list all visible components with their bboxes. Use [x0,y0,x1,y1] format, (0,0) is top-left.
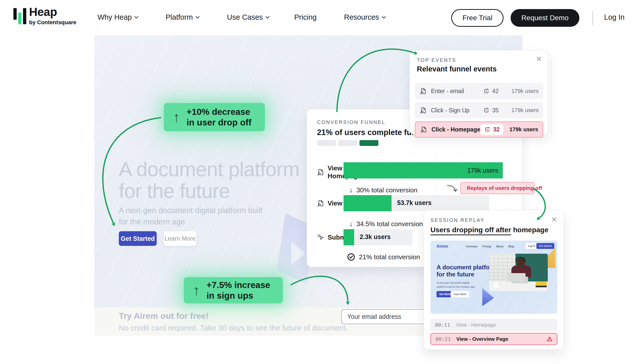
replay-timeline-row-alert[interactable]: 00:21 View - Overview Page [430,333,557,345]
mini-login-button: Log In [526,243,538,249]
replay-timeline-row[interactable]: 00:11 View - Homepage [430,319,557,331]
try-subtext: No credit card required. Take 30 days to… [119,324,348,332]
session-replay-label: SESSION REPLAY [430,217,485,223]
funnel-bar-homepage[interactable]: 179k users [344,162,503,178]
nav-item-use-cases[interactable]: Use Cases [227,13,269,21]
conversion-row: ↓ 30% total conversion [349,186,417,194]
conversion-row: ↓ 34.5% total conversion [349,220,423,228]
heap-logo-icon [13,8,27,24]
drop-off-badge: ↑ +10% decreasein user drop off [164,103,265,131]
mini-nav-item: Blog [508,245,514,248]
get-started-button[interactable]: Get Started [119,231,157,246]
progress-segment [317,140,336,146]
event-row-enter-email[interactable]: Enter - email 42 179k users [415,83,543,99]
arrow-down-icon: ↓ [349,220,353,228]
event-icon [316,168,325,176]
session-replay-card: ✕ SESSION REPLAY Users dropping off afte… [424,210,564,350]
replays-dropoff-badge[interactable]: Replays of users dropping off [460,182,535,194]
mini-nav: Overview Pricing About Blog [466,245,514,248]
session-replay-title: Users dropping off after homepage [430,226,549,234]
mini-headline: A document platform for the future [437,264,497,278]
mini-brand-logo: Airem [437,244,448,249]
nav-item-platform[interactable]: Platform [166,13,199,21]
sign-ups-badge: ↑ +7.5% increasein sign ups [184,277,283,303]
nav-divider [593,11,593,25]
play-count-icon [483,88,490,94]
close-icon[interactable]: ✕ [536,55,542,63]
funnel-bar-value: 53.7k users [397,199,431,206]
brand-byline: by Contentsquare [29,19,76,26]
event-row-click-signup[interactable]: Click - Sign Up 35 179k users [415,102,543,118]
email-input[interactable] [341,309,435,324]
progress-segment [338,140,357,146]
cursor-click-icon [316,233,325,241]
event-row-click-homepage[interactable]: Click - Homepage 32 179k users [415,121,543,138]
top-nav: Heap by Contentsquare Why Heap Platform … [0,0,638,35]
nav-item-resources[interactable]: Resources [344,13,386,21]
funnel-bar-value: 2.3k users [360,233,391,241]
try-heading: Try Airem out for free! [119,311,209,321]
check-circle-icon [347,253,355,261]
top-events-title: Relevant funnel events [417,65,497,73]
mini-nav-item: Overview [466,245,477,248]
mini-learn-more-button: Learn More [451,291,469,297]
hero-headline: A document platform for the future [119,159,300,202]
mini-hero-photo [489,254,548,291]
chevron-down-icon [195,16,199,19]
funnel-bar-submit[interactable] [344,229,354,245]
chevron-down-icon [265,16,269,19]
arrow-up-icon: ↑ [173,110,180,124]
funnel-card-label: CONVERSION FUNNEL [317,119,385,125]
nav-item-why-heap[interactable]: Why Heap [98,13,138,21]
chevron-down-icon [134,16,138,19]
play-count-icon [483,107,490,114]
funnel-bar-signup[interactable] [344,195,392,211]
login-link[interactable]: Log In [604,13,625,21]
arrow-up-icon: ↑ [193,283,200,297]
divider [307,152,522,152]
top-events-card: ✕ TOP EVENTS Relevant funnel events Ente… [409,50,548,135]
replay-play-icon [484,126,491,133]
progress-segment-active [359,140,378,146]
nav-item-pricing[interactable]: Pricing [294,13,317,21]
arrow-down-icon: ↓ [349,186,353,194]
top-events-label: TOP EVENTS [417,57,456,63]
mini-subtitle: A next-gen document digital platform bui… [437,281,477,289]
replay-count-chip[interactable]: 32 [481,124,503,135]
brand-name: Heap [29,5,57,19]
replay-viewport[interactable]: Airem Overview Pricing About Blog Log In… [430,241,557,314]
mini-nav-item: About [496,245,503,248]
warning-icon [546,336,553,342]
mini-nav-item: Pricing [483,245,491,248]
event-icon [420,126,427,133]
chevron-down-icon [382,16,386,19]
close-icon[interactable]: ✕ [551,216,557,223]
event-icon [419,107,427,114]
event-icon [419,87,427,95]
mini-get-started-button: Get Started [536,243,554,249]
curve-right-icon [446,184,458,193]
page: Heap by Contentsquare Why Heap Platform … [0,0,638,364]
learn-more-button[interactable]: Learn More [164,231,196,246]
request-demo-button[interactable]: Request Demo [511,9,579,27]
hero-subtitle: A next-gen document digital platform bui… [119,205,265,228]
event-icon [316,199,325,207]
free-trial-button[interactable]: Free Trial [451,9,504,27]
conversion-total-row: 21% total conversion [347,253,420,261]
